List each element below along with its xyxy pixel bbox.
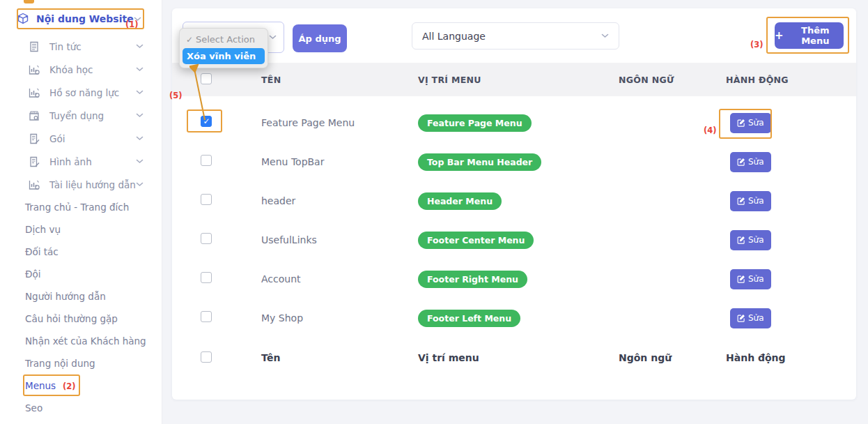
table-row: My Shop Footer Left Menu Sửa xyxy=(172,298,771,338)
edit-button[interactable]: Sửa xyxy=(730,152,771,172)
menus-card: ✓ Select Action Xóa vĩnh viễn Áp dụng Al… xyxy=(172,8,856,400)
dropdown-option-select-action[interactable]: ✓ Select Action xyxy=(180,31,268,47)
clipboard-icon xyxy=(28,156,40,168)
select-all-checkbox[interactable] xyxy=(201,73,212,84)
footer-language: Ngôn ngữ xyxy=(619,352,726,363)
sidebar-links: Trang chủ - Trang đích Dịch vụ Đối tác Đ… xyxy=(0,196,162,419)
header-language: NGÔN NGỮ xyxy=(619,75,726,85)
cube-icon xyxy=(17,13,29,25)
add-menu-label: Thêm Menu xyxy=(787,25,844,46)
chevron-down-icon xyxy=(136,44,144,49)
chevron-down-icon xyxy=(136,67,144,72)
sidebar-group-label: Gói xyxy=(49,133,65,144)
menu-name: My Shop xyxy=(261,312,418,324)
sidebar-item-tuyen-dung[interactable]: Tuyển dụng xyxy=(0,104,162,127)
row-checkbox[interactable] xyxy=(201,194,212,205)
sidebar-item-ho-so-nang-luc[interactable]: Hồ sơ năng lực xyxy=(0,81,162,104)
language-select[interactable]: All Language xyxy=(412,22,619,50)
sidebar-item-dich-vu[interactable]: Dịch vụ xyxy=(0,218,162,241)
sidebar-group-label: Tin tức xyxy=(49,41,82,52)
sidebar-group-label: Tuyển dụng xyxy=(49,110,104,121)
menu-position-badge: Top Bar Menu Header xyxy=(418,153,541,171)
edit-button[interactable]: Sửa xyxy=(730,113,771,133)
edit-label: Sửa xyxy=(748,118,764,128)
chevron-down-icon xyxy=(136,113,144,118)
chevron-down-icon xyxy=(136,90,144,95)
row-checkbox[interactable] xyxy=(201,233,212,244)
sidebar-item-trang-noi-dung[interactable]: Trang nội dung xyxy=(0,352,162,374)
header-name: TÊN xyxy=(261,75,418,85)
add-menu-button[interactable]: + Thêm Menu xyxy=(775,22,844,49)
row-checkbox[interactable] xyxy=(201,116,212,127)
table-row: UsefulLinks Footer Center Menu Sửa xyxy=(172,220,771,259)
row-checkbox[interactable] xyxy=(201,272,212,283)
table-body: Feature Page Menu Feature Page Menu Sửa … xyxy=(172,103,771,338)
chevron-down-icon xyxy=(269,35,277,40)
sidebar-item-nguoi-huong-dan[interactable]: Người hướng dẫn xyxy=(0,285,162,308)
edit-icon xyxy=(737,197,745,205)
sidebar-item-cau-hoi[interactable]: Câu hỏi thường gặp xyxy=(0,308,162,330)
analytics-icon xyxy=(28,63,40,76)
sidebar-item-trang-chu[interactable]: Trang chủ - Trang đích xyxy=(0,196,162,218)
sidebar-item-goi[interactable]: Gói xyxy=(0,127,162,150)
edit-icon xyxy=(737,314,745,322)
edit-icon xyxy=(737,236,745,244)
header-action: HÀNH ĐỘNG xyxy=(726,75,856,85)
edit-icon xyxy=(737,119,745,127)
sidebar-group-label: Tài liệu hướng dẫn xyxy=(49,179,136,190)
table-row: Account Footer Right Menu Sửa xyxy=(172,259,771,298)
table-footer: Tên Vị trí menu Ngôn ngữ Hành động xyxy=(172,338,856,378)
table-row: Menu TopBar Top Bar Menu Header Sửa xyxy=(172,142,771,181)
sidebar-item-tin-tuc[interactable]: Tin tức xyxy=(0,35,162,58)
menu-name: header xyxy=(261,195,418,206)
menu-name: Menu TopBar xyxy=(261,156,418,167)
sidebar-item-noi-dung-website[interactable]: Nội dung Website xyxy=(17,8,144,29)
checkmark-icon: ✓ xyxy=(186,35,196,45)
table-header: TÊN VỊ TRÍ MENU NGÔN NGỮ HÀNH ĐỘNG xyxy=(172,63,856,96)
dropdown-option-xoa-vinh-vien[interactable]: Xóa vĩnh viễn xyxy=(183,48,265,64)
sidebar-item-menus[interactable]: Menus xyxy=(0,374,162,397)
sidebar-item-seo[interactable]: Seo xyxy=(0,397,162,419)
menu-position-badge: Feature Page Menu xyxy=(418,114,532,132)
menu-position-badge: Footer Center Menu xyxy=(418,232,534,249)
sidebar-item-hinh-anh[interactable]: Hình ảnh xyxy=(0,150,162,173)
sidebar-item-doi-tac[interactable]: Đối tác xyxy=(0,241,162,263)
edit-label: Sửa xyxy=(748,157,764,167)
sidebar-item-doi[interactable]: Đội xyxy=(0,263,162,285)
apply-button[interactable]: Áp dụng xyxy=(293,24,347,52)
footer-action: Hành động xyxy=(726,352,856,363)
sidebar-item-nhan-xet[interactable]: Nhận xét của Khách hàng xyxy=(0,330,162,352)
edit-button[interactable]: Sửa xyxy=(730,269,771,289)
menu-name: Feature Page Menu xyxy=(261,117,418,128)
edit-label: Sửa xyxy=(748,235,764,245)
store-icon xyxy=(28,109,40,122)
sidebar-root-label: Nội dung Website xyxy=(36,13,134,24)
header-position: VỊ TRÍ MENU xyxy=(418,75,619,85)
menu-name: UsefulLinks xyxy=(261,234,418,245)
menu-position-badge: Footer Right Menu xyxy=(418,271,527,288)
chevron-down-icon xyxy=(601,33,609,38)
sidebar-item-tai-lieu-huong-dan[interactable]: Tài liệu hướng dẫn xyxy=(0,173,162,196)
news-icon xyxy=(28,40,40,53)
table-row: header Header Menu Sửa xyxy=(172,181,771,220)
footer-name: Tên xyxy=(261,352,418,363)
edit-button[interactable]: Sửa xyxy=(730,308,771,328)
chevron-down-icon xyxy=(134,17,141,22)
edit-button[interactable]: Sửa xyxy=(730,230,771,250)
analytics-icon xyxy=(28,179,40,191)
analytics-icon xyxy=(28,86,40,99)
clipboard-icon xyxy=(28,132,40,145)
edit-icon xyxy=(737,158,745,166)
row-checkbox[interactable] xyxy=(201,311,212,322)
footer-checkbox[interactable] xyxy=(201,351,212,363)
plus-icon: + xyxy=(775,29,784,42)
edit-button[interactable]: Sửa xyxy=(730,191,771,211)
dropdown-option-label: Xóa vĩnh viễn xyxy=(187,51,256,61)
language-select-value: All Language xyxy=(422,31,486,42)
sidebar-item-khoa-hoc[interactable]: Khóa học xyxy=(0,58,162,81)
edit-label: Sửa xyxy=(748,196,764,206)
sidebar-groups: Tin tức Khóa học Hồ sơ năng lực Tuyển dụ… xyxy=(0,35,162,196)
row-checkbox[interactable] xyxy=(201,155,212,166)
menu-position-badge: Header Menu xyxy=(418,192,502,210)
sidebar-group-label: Hồ sơ năng lực xyxy=(49,87,119,98)
